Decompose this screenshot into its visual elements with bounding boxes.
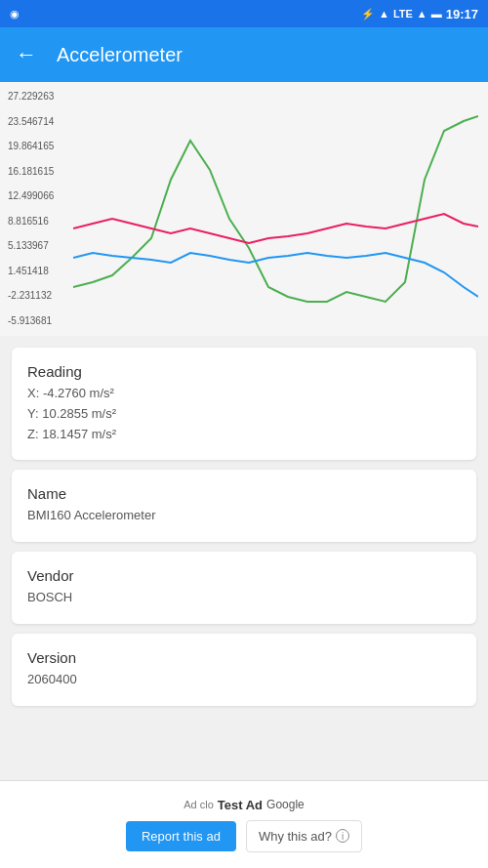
version-card: Version 2060400 [12, 634, 476, 706]
bluetooth-icon: ⚡ [361, 8, 375, 21]
battery-icon: ▬ [431, 8, 442, 20]
reading-title: Reading [27, 363, 461, 380]
y-label-1: 23.546714 [8, 117, 54, 127]
ad-banner: Ad clo Test Ad Google Report this ad Why… [0, 780, 488, 868]
reading-card: Reading X: -4.2760 m/s² Y: 10.2855 m/s² … [12, 348, 476, 460]
ad-google-label: Google [266, 798, 305, 811]
signal-bars-icon: ▲ [417, 8, 427, 20]
name-title: Name [27, 485, 461, 502]
ad-test-label: Test Ad [218, 798, 263, 812]
vendor-value: BOSCH [27, 588, 461, 608]
why-ad-button[interactable]: Why this ad? i [246, 820, 362, 852]
report-ad-button[interactable]: Report this ad [126, 821, 236, 851]
y-label-8: -2.231132 [8, 291, 54, 301]
status-bar-right: ⚡ ▲ LTE ▲ ▬ 19:17 [361, 7, 478, 21]
y-label-6: 5.133967 [8, 241, 54, 251]
version-value: 2060400 [27, 670, 461, 690]
back-icon: ← [16, 42, 37, 67]
page-title: Accelerometer [57, 44, 183, 66]
name-card: Name BMI160 Accelerometer [12, 470, 476, 542]
y-label-5: 8.816516 [8, 217, 54, 227]
why-ad-label: Why this ad? [259, 829, 332, 844]
reading-y: Y: 10.2855 m/s² [27, 404, 461, 425]
wifi-icon: ▲ [379, 8, 389, 20]
info-icon: i [336, 829, 349, 843]
y-label-4: 12.499066 [8, 191, 54, 201]
lte-icon: LTE [393, 8, 413, 20]
version-title: Version [27, 649, 461, 666]
name-value: BMI160 Accelerometer [27, 506, 461, 526]
reading-z: Z: 18.1457 m/s² [27, 425, 461, 445]
ad-buttons: Report this ad Why this ad? i [126, 820, 362, 852]
back-button[interactable]: ← [16, 42, 37, 67]
vendor-card: Vendor BOSCH [12, 552, 476, 624]
accelerometer-chart [73, 92, 478, 326]
y-label-0: 27.229263 [8, 92, 54, 102]
y-label-9: -5.913681 [8, 316, 54, 326]
reading-x: X: -4.2760 m/s² [27, 384, 461, 404]
ad-close-label: Ad clo [183, 799, 214, 810]
status-bar-left: ◉ [10, 8, 20, 21]
y-label-2: 19.864165 [8, 142, 54, 151]
vendor-title: Vendor [27, 567, 461, 584]
ad-top-row: Ad clo Test Ad Google [183, 798, 305, 812]
content-area: Reading X: -4.2760 m/s² Y: 10.2855 m/s² … [0, 336, 488, 780]
y-axis-labels: 27.229263 23.546714 19.864165 16.181615 … [8, 92, 54, 326]
status-time: 19:17 [446, 7, 478, 21]
status-bar: ◉ ⚡ ▲ LTE ▲ ▬ 19:17 [0, 0, 488, 27]
y-label-7: 1.451418 [8, 267, 54, 276]
signal-icon: ◉ [10, 8, 20, 21]
y-label-3: 16.181615 [8, 167, 54, 177]
chart-container: 27.229263 23.546714 19.864165 16.181615 … [0, 82, 488, 336]
app-bar: ← Accelerometer [0, 27, 488, 82]
